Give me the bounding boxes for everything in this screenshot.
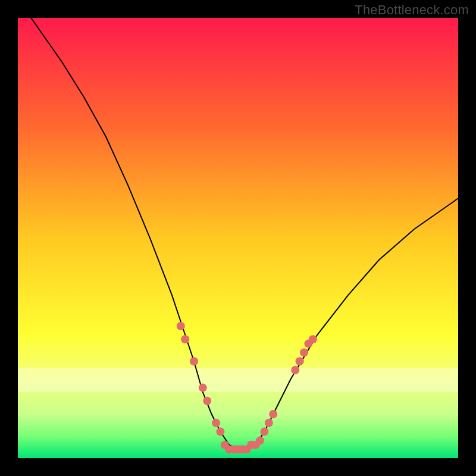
marker-dot [203, 397, 211, 405]
marker-dot [300, 348, 308, 356]
marker-dot [216, 428, 224, 436]
marker-dot [199, 384, 207, 392]
marker-dot [296, 357, 304, 365]
marker-dot [190, 357, 198, 365]
marker-dot [291, 366, 299, 374]
watermark-text: TheBottleneck.com [355, 2, 469, 18]
marker-dot [256, 436, 264, 444]
haze-band [18, 368, 458, 392]
marker-dot [177, 322, 185, 330]
svg-rect-0 [18, 368, 458, 392]
chart-frame [18, 18, 458, 458]
marker-dot [260, 428, 268, 436]
marker-dot [269, 410, 277, 418]
marker-dot [309, 335, 317, 343]
bottleneck-chart [18, 18, 458, 458]
marker-dot [181, 335, 189, 343]
marker-dot [265, 419, 273, 427]
marker-dot [212, 419, 220, 427]
